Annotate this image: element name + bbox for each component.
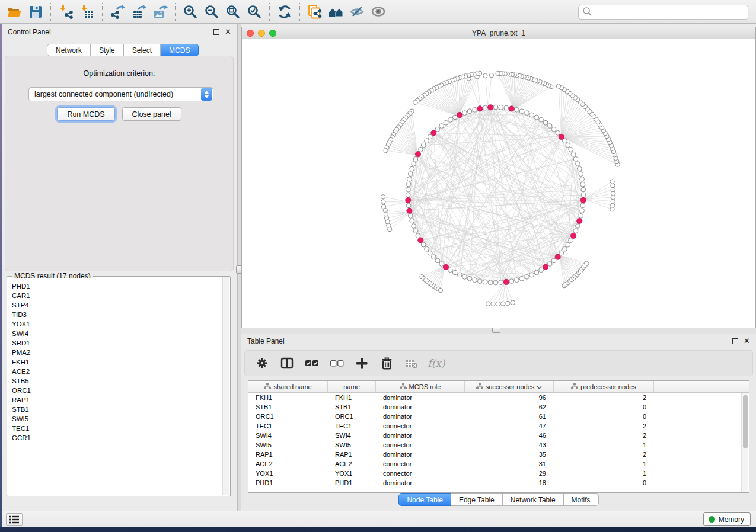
zoom-fit-button[interactable] — [222, 2, 244, 22]
mcds-result-item[interactable]: YOX1 — [12, 319, 222, 329]
column-type-icon — [264, 383, 271, 390]
new-network-from-selection-button[interactable] — [304, 2, 326, 22]
export-image-button[interactable] — [149, 2, 171, 22]
table-scrollbar-thumb[interactable] — [743, 395, 748, 448]
table-row[interactable]: YOX1YOX1connector291 — [248, 469, 749, 478]
optimization-criterion-dropdown[interactable]: largest connected component (undirected) — [28, 87, 213, 101]
table-row[interactable]: ACE2ACE2connector311 — [248, 459, 749, 469]
mcds-result-item[interactable]: ORC1 — [12, 386, 222, 395]
zoom-in-icon — [183, 4, 198, 20]
delete-table-button[interactable] — [404, 355, 419, 371]
show-all-button[interactable] — [368, 2, 390, 22]
zoom-selected-button[interactable] — [244, 2, 265, 22]
tab-node-table[interactable]: Node Table — [398, 493, 451, 506]
cell-successor-nodes: 18 — [465, 478, 554, 488]
mcds-result-item[interactable]: TID3 — [12, 310, 222, 319]
run-mcds-button[interactable]: Run MCDS — [57, 107, 114, 121]
import-network-button[interactable] — [55, 2, 76, 22]
search-field[interactable] — [578, 5, 748, 20]
zoom-in-button[interactable] — [180, 2, 201, 22]
cell-successor-nodes: 61 — [465, 412, 554, 421]
mcds-tab-content: Optimization criterion: largest connecte… — [5, 56, 234, 271]
table-row[interactable]: RAP1RAP1dominator352 — [248, 450, 749, 459]
float-window-icon[interactable] — [213, 29, 219, 35]
mcds-result-item[interactable]: ACE2 — [12, 367, 222, 376]
mcds-result-item[interactable]: FKH1 — [12, 357, 222, 367]
mcds-result-list[interactable]: PHD1CAR1STP4TID3YOX1SWI4SRD1PMA2FKH1ACE2… — [8, 278, 222, 495]
tab-network[interactable]: Network — [47, 44, 91, 56]
add-column-button[interactable] — [354, 355, 369, 371]
save-session-button[interactable] — [25, 2, 46, 22]
minimize-window-icon[interactable] — [258, 30, 265, 37]
table-row[interactable]: SWI5SWI5connector431 — [248, 440, 749, 450]
network-canvas[interactable] — [242, 39, 755, 328]
float-table-panel-icon[interactable] — [732, 338, 738, 344]
open-session-button[interactable] — [4, 2, 25, 22]
table-row[interactable]: STB1STB1dominator620 — [248, 402, 749, 412]
cell-predecessor-nodes: 1 — [554, 440, 654, 450]
deselect-all-columns-button[interactable] — [329, 355, 344, 371]
tab-mcds[interactable]: MCDS — [161, 44, 199, 56]
memory-label: Memory — [719, 515, 744, 524]
import-table-button[interactable] — [76, 2, 98, 22]
column-header-shared-name[interactable]: shared name — [248, 381, 328, 392]
maximize-window-icon[interactable] — [269, 30, 276, 37]
close-panel-button[interactable]: Close panel — [122, 107, 181, 121]
table-row[interactable]: ORC1ORC1dominator610 — [248, 412, 749, 421]
close-window-icon[interactable] — [247, 30, 254, 37]
vertical-splitter[interactable] — [237, 24, 241, 511]
tab-network-table[interactable]: Network Table — [503, 493, 564, 506]
mcds-result-item[interactable]: STP4 — [12, 300, 222, 310]
table-row[interactable]: FKH1FKH1dominator962 — [248, 393, 749, 402]
table-row[interactable]: SWI4SWI4dominator462 — [248, 431, 749, 440]
tab-select[interactable]: Select — [124, 44, 161, 56]
table-settings-button[interactable] — [254, 355, 270, 371]
network-window-titlebar[interactable]: YPA_prune.txt_1 — [242, 27, 755, 39]
column-header-MCDS-role[interactable]: MCDS role — [376, 381, 465, 392]
refresh-button[interactable] — [274, 2, 295, 22]
mcds-result-item[interactable]: STB1 — [12, 405, 222, 414]
mcds-list-scrollbar[interactable] — [222, 277, 229, 495]
cell-name: ORC1 — [328, 412, 376, 421]
memory-button[interactable]: Memory — [703, 512, 751, 526]
show-columns-button[interactable] — [279, 355, 295, 371]
column-header-successor-nodes[interactable]: successor nodes — [465, 381, 554, 392]
select-all-columns-button[interactable] — [304, 355, 320, 371]
tab-style[interactable]: Style — [91, 44, 124, 56]
mcds-result-item[interactable]: SRD1 — [12, 338, 222, 348]
close-table-panel-icon[interactable]: ✕ — [744, 338, 750, 344]
tab-edge-table[interactable]: Edge Table — [451, 493, 503, 506]
network-graph[interactable] — [242, 39, 755, 328]
export-table-button[interactable] — [128, 2, 149, 22]
mcds-result-item[interactable]: PMA2 — [12, 348, 222, 357]
function-builder-button[interactable]: f(x) — [429, 355, 444, 371]
node-table: shared namenameMCDS rolesuccessor nodesp… — [248, 380, 749, 493]
mcds-result-item[interactable]: STB5 — [12, 376, 222, 386]
close-panel-icon[interactable]: ✕ — [225, 29, 231, 35]
search-input[interactable] — [592, 5, 748, 19]
first-neighbors-button[interactable] — [326, 2, 347, 22]
plus-icon — [355, 357, 369, 370]
delete-column-button[interactable] — [379, 355, 394, 371]
mcds-result-item[interactable]: SWI5 — [12, 414, 222, 424]
mcds-result-item[interactable]: TEC1 — [12, 424, 222, 433]
mcds-result-item[interactable]: PHD1 — [12, 281, 222, 291]
tab-motifs[interactable]: Motifs — [564, 493, 599, 506]
horizontal-splitter[interactable] — [241, 328, 756, 334]
zoom-out-button[interactable] — [201, 2, 222, 22]
task-history-button[interactable] — [6, 513, 23, 526]
table-scrollbar[interactable] — [741, 393, 748, 492]
column-header-name[interactable]: name — [328, 381, 376, 392]
sort-desc-icon — [537, 383, 542, 390]
hide-selected-button[interactable] — [347, 2, 368, 22]
export-network-button[interactable] — [107, 2, 128, 22]
table-row[interactable]: PHD1PHD1dominator180 — [248, 478, 749, 488]
mcds-result-item[interactable]: SWI4 — [12, 329, 222, 338]
table-row[interactable]: TEC1TEC1connector472 — [248, 421, 749, 431]
mcds-result-item[interactable]: CAR1 — [12, 291, 222, 300]
mcds-result-item[interactable]: RAP1 — [12, 395, 222, 405]
houses-icon — [328, 4, 344, 20]
control-panel-titlebar: Control Panel ✕ — [2, 24, 237, 40]
column-header-predecessor-nodes[interactable]: predecessor nodes — [554, 381, 654, 392]
mcds-result-item[interactable]: GCR1 — [12, 433, 222, 443]
